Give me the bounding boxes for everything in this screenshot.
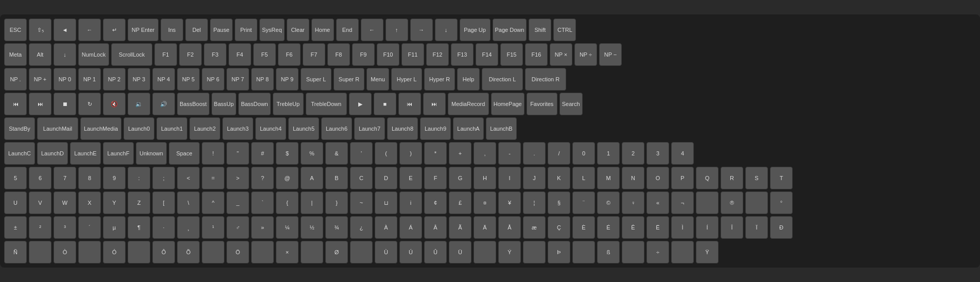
- key-launch7[interactable]: Launch7: [354, 117, 385, 140]
- key-f[interactable]: F: [424, 167, 447, 189]
- key-np-enter[interactable]: NP Enter: [128, 19, 159, 41]
- key-3[interactable]: 3: [646, 142, 669, 165]
- key-questiondown[interactable]: ¿: [350, 216, 373, 239]
- key-launch5[interactable]: Launch5: [288, 117, 319, 140]
- key-esc[interactable]: ESC: [4, 19, 27, 41]
- key-o[interactable]: O: [646, 167, 669, 189]
- key-stop[interactable]: ■: [374, 93, 396, 115]
- key-launch9[interactable]: Launch9: [420, 117, 451, 140]
- key-scrolllock[interactable]: ScrollLock: [111, 43, 152, 66]
- key-period[interactable]: .: [523, 142, 546, 165]
- key-home[interactable]: Home: [311, 19, 334, 41]
- key-5[interactable]: 5: [4, 167, 27, 189]
- key-launchmail[interactable]: LaunchMail: [37, 117, 78, 140]
- key-a-grave[interactable]: À: [375, 216, 397, 239]
- key-bassdown[interactable]: BassDown: [238, 93, 271, 115]
- key-np-div[interactable]: NP ÷: [574, 43, 597, 66]
- key-o-diaer[interactable]: Ö: [226, 241, 249, 263]
- key-empty4[interactable]: [202, 241, 224, 263]
- key-a-tilde[interactable]: Ã: [449, 216, 471, 239]
- key-e-circ[interactable]: Ê: [622, 216, 644, 239]
- key-asterisk[interactable]: *: [424, 142, 447, 165]
- key-empty9[interactable]: [523, 241, 546, 263]
- key-np-6[interactable]: NP 6: [202, 68, 224, 91]
- key-caret[interactable]: ^: [202, 191, 224, 214]
- key-media-next[interactable]: ⏭: [29, 93, 51, 115]
- key-e[interactable]: E: [399, 167, 422, 189]
- key-eq[interactable]: =: [202, 167, 224, 189]
- key-numlock[interactable]: NumLock: [78, 43, 109, 66]
- key-i-diaer[interactable]: Ï: [745, 216, 768, 239]
- key-launchc[interactable]: LaunchC: [4, 142, 35, 165]
- key-bassboost[interactable]: BassBoost: [177, 93, 209, 115]
- key-l[interactable]: L: [572, 167, 595, 189]
- key-f5[interactable]: F5: [253, 43, 276, 66]
- key-guillemot-r[interactable]: »: [251, 216, 274, 239]
- key-e-acute[interactable]: É: [597, 216, 620, 239]
- key-arrow-up[interactable]: ↑: [386, 19, 408, 41]
- key-semicolon[interactable]: ;: [152, 167, 175, 189]
- key-a[interactable]: A: [301, 167, 323, 189]
- key-g[interactable]: G: [449, 167, 471, 189]
- key-launch0[interactable]: Launch0: [124, 117, 154, 140]
- key-empty12[interactable]: [671, 241, 694, 263]
- key-f12[interactable]: F12: [426, 43, 449, 66]
- key-space2[interactable]: ⊔: [375, 191, 397, 214]
- key-empty11[interactable]: [622, 241, 644, 263]
- key-standby[interactable]: StandBy: [4, 117, 35, 140]
- key-comma[interactable]: ,: [474, 142, 496, 165]
- key-degree[interactable]: °: [770, 191, 793, 214]
- key-media-refresh[interactable]: ↻: [78, 93, 101, 115]
- key-homepage[interactable]: HomePage: [491, 93, 524, 115]
- key-copyright[interactable]: ©: [597, 191, 620, 214]
- key-z[interactable]: Z: [128, 191, 150, 214]
- key-onehalf[interactable]: ½: [301, 216, 323, 239]
- key-empty5[interactable]: [251, 241, 274, 263]
- key-f7[interactable]: F7: [303, 43, 325, 66]
- key-i-circ[interactable]: Î: [721, 216, 743, 239]
- key-dollar[interactable]: $: [276, 142, 299, 165]
- key-u-grave[interactable]: Ù: [375, 241, 397, 263]
- key-f4[interactable]: F4: [229, 43, 251, 66]
- key-s[interactable]: S: [745, 167, 768, 189]
- key-play[interactable]: ▶: [349, 93, 372, 115]
- key-launch2[interactable]: Launch2: [189, 117, 220, 140]
- key-empty2[interactable]: [78, 241, 101, 263]
- key-i[interactable]: I: [498, 167, 521, 189]
- key-q[interactable]: Q: [696, 167, 719, 189]
- key-np-5[interactable]: NP 5: [177, 68, 200, 91]
- key-empty7[interactable]: [350, 241, 373, 263]
- key-enter[interactable]: ↵: [103, 19, 126, 41]
- key-1[interactable]: 1: [597, 142, 620, 165]
- key-launchd[interactable]: LaunchD: [37, 142, 68, 165]
- key-launch3[interactable]: Launch3: [222, 117, 253, 140]
- key-o-circ[interactable]: Ô: [152, 241, 175, 263]
- key-empty1[interactable]: [29, 241, 51, 263]
- key-excl[interactable]: !: [202, 142, 224, 165]
- key-gt[interactable]: >: [226, 167, 249, 189]
- key-launchf[interactable]: LaunchF: [103, 142, 134, 165]
- key-b[interactable]: B: [325, 167, 348, 189]
- key-media-prev[interactable]: ⏮: [4, 93, 27, 115]
- key-a-ring[interactable]: Å: [498, 216, 521, 239]
- key-trebledown[interactable]: TrebleDown: [306, 93, 347, 115]
- key-eth[interactable]: Ð: [770, 216, 793, 239]
- key-lparen[interactable]: (: [375, 142, 397, 165]
- key-plusminus[interactable]: ±: [4, 216, 27, 239]
- key-f15[interactable]: F15: [500, 43, 523, 66]
- key-hyper-r[interactable]: Hyper R: [424, 68, 455, 91]
- key-empty3[interactable]: [128, 241, 150, 263]
- key-vol-up[interactable]: 🔊: [152, 93, 175, 115]
- key-back[interactable]: ◄: [54, 19, 76, 41]
- key-r[interactable]: R: [721, 167, 743, 189]
- key-np-8[interactable]: NP 8: [251, 68, 274, 91]
- key-empty8[interactable]: [474, 241, 496, 263]
- key-arrow-right[interactable]: →: [410, 19, 433, 41]
- key-p[interactable]: P: [671, 167, 694, 189]
- key-e-grave[interactable]: È: [572, 216, 595, 239]
- key-underscore[interactable]: _: [226, 191, 249, 214]
- key-sup2[interactable]: ²: [29, 216, 51, 239]
- key-t[interactable]: T: [770, 167, 793, 189]
- key-mu[interactable]: µ: [103, 216, 126, 239]
- key-i-grave[interactable]: Ì: [671, 216, 694, 239]
